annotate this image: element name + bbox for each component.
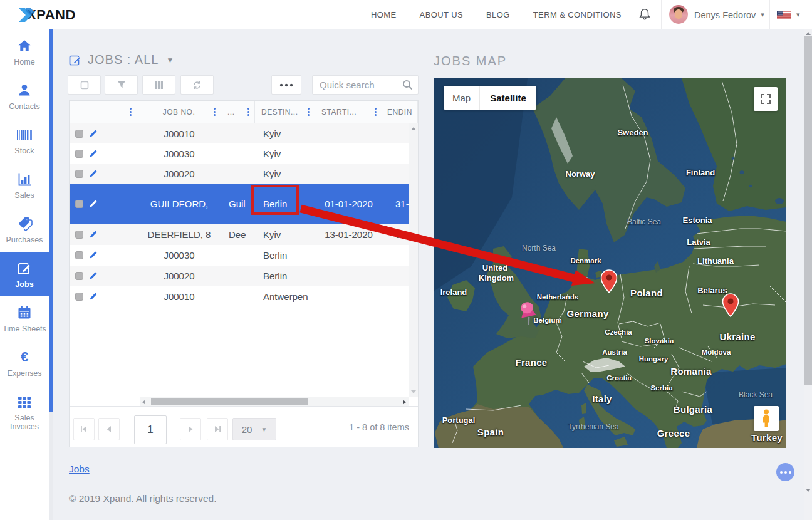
sidebar-item-home[interactable]: Home bbox=[0, 29, 49, 74]
first-page-button[interactable] bbox=[73, 418, 95, 440]
current-page-button[interactable]: 1 bbox=[134, 415, 167, 444]
table-row[interactable]: J00010Antwerpen bbox=[70, 286, 409, 307]
filter-button[interactable] bbox=[105, 75, 138, 95]
column-header-label: STARTI... bbox=[315, 108, 357, 117]
cell-extra bbox=[221, 245, 255, 266]
next-page-button[interactable] bbox=[180, 418, 201, 440]
row-checkbox[interactable] bbox=[75, 231, 83, 239]
sidebar-scrollbar[interactable] bbox=[49, 29, 53, 520]
map-view-button[interactable]: Map bbox=[444, 86, 480, 110]
cell-extra bbox=[221, 123, 255, 143]
table-row[interactable]: DEERFIELD, 8DeeKyiv13-01-202031-01 bbox=[70, 224, 409, 245]
sidebar-item-contacts[interactable]: Contacts bbox=[0, 74, 49, 118]
street-view-pegman[interactable] bbox=[754, 406, 779, 431]
column-menu-icon[interactable] bbox=[127, 107, 133, 118]
row-checkbox[interactable] bbox=[75, 293, 83, 301]
row-checkbox[interactable] bbox=[75, 150, 83, 158]
cell-starting-date bbox=[315, 123, 382, 143]
row-checkbox[interactable] bbox=[75, 251, 83, 259]
nav-link-term-conditions[interactable]: TERM & CONDITIONS bbox=[533, 10, 622, 19]
column-header-ending[interactable]: ENDIN bbox=[382, 101, 418, 123]
filter-icon bbox=[117, 80, 127, 90]
select-all-button[interactable] bbox=[68, 75, 101, 95]
sidebar-item-label: Time Sheets bbox=[1, 325, 48, 333]
title-chevron-down-icon[interactable]: ▼ bbox=[166, 56, 174, 65]
cell-job-no: J00010 bbox=[137, 123, 221, 143]
edit-icon[interactable] bbox=[89, 128, 99, 140]
table-row[interactable]: J00020Kyiv bbox=[70, 164, 409, 184]
satellite-view-button[interactable]: Satellite bbox=[480, 86, 536, 110]
language-selector[interactable]: ▾ bbox=[777, 0, 800, 29]
edit-icon[interactable] bbox=[89, 249, 99, 261]
cell-starting-date bbox=[315, 245, 382, 266]
columns-button[interactable] bbox=[142, 75, 175, 95]
columns-icon bbox=[154, 81, 164, 90]
column-header-destination[interactable]: DESTIN... bbox=[255, 101, 315, 123]
row-checkbox[interactable] bbox=[75, 130, 83, 138]
more-actions-button[interactable] bbox=[271, 75, 301, 95]
jobs-breadcrumb-link[interactable]: Jobs bbox=[69, 464, 90, 475]
nav-link-blog[interactable]: BLOG bbox=[486, 10, 510, 19]
sidebar-item-stock[interactable]: Stock bbox=[0, 118, 49, 163]
page-scrollbar[interactable] bbox=[804, 29, 812, 520]
table-row[interactable]: GUILDFORD,GuilBerlin01-01-202031-01 bbox=[70, 184, 409, 224]
last-page-button[interactable] bbox=[207, 418, 228, 440]
row-checkbox[interactable] bbox=[75, 272, 83, 280]
column-header-starting[interactable]: STARTI... bbox=[315, 101, 382, 123]
column-header-job-no[interactable]: JOB NO. bbox=[137, 101, 221, 123]
edit-icon[interactable] bbox=[89, 291, 99, 303]
previous-page-button[interactable] bbox=[98, 418, 120, 440]
column-menu-icon[interactable] bbox=[305, 107, 311, 118]
floating-actions-button[interactable] bbox=[776, 463, 794, 481]
grid-header: JOB NO....DESTIN...STARTI...ENDIN bbox=[70, 101, 418, 123]
jobs-grid: JOB NO....DESTIN...STARTI...ENDIN J00010… bbox=[69, 100, 419, 447]
column-header-select[interactable] bbox=[70, 101, 137, 123]
column-menu-icon[interactable] bbox=[372, 107, 378, 118]
edit-icon[interactable] bbox=[89, 168, 99, 180]
table-row[interactable]: J00010Kyiv bbox=[70, 123, 409, 143]
row-checkbox[interactable] bbox=[75, 200, 83, 208]
nav-link-home[interactable]: HOME bbox=[371, 10, 397, 19]
map-marker-pink-pushpin[interactable] bbox=[518, 301, 539, 328]
table-row[interactable]: J00020Berlin bbox=[70, 266, 409, 286]
cell-job-no: DEERFIELD, 8 bbox=[137, 224, 221, 245]
nav-link-about-us[interactable]: ABOUT US bbox=[420, 10, 463, 19]
grid-horizontal-scrollbar-thumb[interactable] bbox=[151, 398, 308, 405]
column-header-label: JOB NO. bbox=[163, 108, 195, 117]
fullscreen-button[interactable] bbox=[754, 87, 778, 111]
refresh-button[interactable] bbox=[180, 75, 214, 95]
grid-horizontal-scrollbar[interactable] bbox=[140, 397, 409, 406]
sidebar-item-purchases[interactable]: Purchases bbox=[0, 207, 49, 252]
column-header-extra[interactable]: ... bbox=[221, 101, 255, 123]
edit-icon[interactable] bbox=[89, 229, 99, 241]
edit-icon[interactable] bbox=[89, 198, 99, 210]
brand-logo[interactable]: XPAND bbox=[19, 6, 76, 24]
table-row[interactable]: J00030Kyiv bbox=[70, 143, 409, 164]
edit-icon[interactable] bbox=[89, 270, 99, 282]
column-menu-icon[interactable] bbox=[211, 107, 217, 118]
table-row[interactable]: J00030Berlin bbox=[70, 245, 409, 266]
sidebar-item-sales[interactable]: Sales bbox=[0, 163, 49, 207]
sidebar-scrollbar-thumb[interactable] bbox=[49, 29, 53, 412]
notification-bell-icon[interactable] bbox=[638, 8, 652, 21]
map-marker-red-pin[interactable] bbox=[601, 269, 618, 296]
chevron-down-icon: ▼ bbox=[261, 426, 267, 433]
sidebar-item-time-sheets[interactable]: Time Sheets bbox=[0, 296, 49, 341]
cell-ending-date bbox=[382, 143, 409, 164]
home-icon bbox=[1, 38, 48, 53]
cell-tools bbox=[70, 245, 137, 266]
contacts-icon bbox=[1, 83, 48, 98]
map-marker-red-pin[interactable] bbox=[722, 293, 739, 320]
grid-vertical-scrollbar[interactable] bbox=[409, 123, 418, 397]
user-menu[interactable]: Denys Fedorov ▾ bbox=[694, 0, 764, 29]
page-size-select[interactable]: 20 ▼ bbox=[232, 418, 276, 440]
jobs-map[interactable]: SwedenNorwayFinlandEstoniaBaltic SeaLatv… bbox=[434, 78, 786, 448]
user-avatar[interactable] bbox=[669, 5, 688, 24]
column-menu-icon[interactable] bbox=[245, 107, 251, 118]
row-checkbox[interactable] bbox=[75, 170, 83, 178]
sidebar-item-expenses[interactable]: €Expenses bbox=[0, 341, 49, 385]
page-scrollbar-thumb[interactable] bbox=[804, 36, 812, 385]
sidebar-item-sales-invoices[interactable]: Sales Invoices bbox=[0, 385, 49, 439]
sidebar-item-jobs[interactable]: Jobs bbox=[0, 252, 49, 296]
edit-icon[interactable] bbox=[89, 148, 99, 160]
